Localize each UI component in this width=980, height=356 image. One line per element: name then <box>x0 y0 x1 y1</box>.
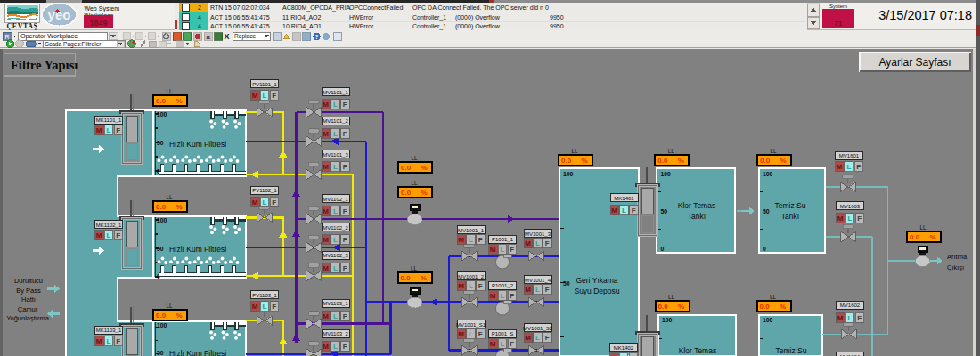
svg-text:50: 50 <box>157 140 164 146</box>
svg-text:15 06:55:41:475: 15 06:55:41:475 <box>225 23 270 29</box>
svg-text:100: 100 <box>763 317 773 323</box>
svg-text:4: 4 <box>198 14 201 20</box>
svg-text:Suyu Deposu: Suyu Deposu <box>574 287 619 295</box>
svg-text:PV1101_1: PV1101_1 <box>252 82 277 87</box>
svg-text:Controller_1: Controller_1 <box>412 23 446 30</box>
svg-text:100: 100 <box>157 217 167 223</box>
svg-text:MV1001_S2: MV1001_S2 <box>523 326 553 331</box>
svg-text:4: 4 <box>198 23 201 29</box>
svg-text:Temiz Su: Temiz Su <box>775 201 806 210</box>
svg-text:0: 0 <box>661 246 665 252</box>
svg-text:MK1102_1: MK1102_1 <box>96 222 122 228</box>
svg-text:MK1101_1: MK1101_1 <box>96 117 122 123</box>
svg-text:MV1103_1: MV1103_1 <box>323 301 348 306</box>
svg-text:P1001_1: P1001_1 <box>492 237 514 242</box>
svg-text:MV1601: MV1601 <box>839 153 860 158</box>
svg-text:71: 71 <box>835 20 843 28</box>
svg-text:Klor Temas: Klor Temas <box>679 346 716 355</box>
svg-text:15 06:55:41:475: 15 06:55:41:475 <box>225 14 270 20</box>
svg-text:Çamur: Çamur <box>18 305 38 313</box>
svg-text:OPCConnectFailed: OPCConnectFailed <box>349 4 403 11</box>
svg-text:P1001_2: P1001_2 <box>492 283 514 288</box>
svg-text:100: 100 <box>157 111 167 117</box>
svg-text:MK1402: MK1402 <box>614 345 634 351</box>
svg-text:MV1101_3: MV1101_3 <box>323 152 348 158</box>
svg-text:Tankı: Tankı <box>781 212 799 221</box>
svg-text:Hızlı Kum Filtresi: Hızlı Kum Filtresi <box>169 245 226 254</box>
svg-text:HWError: HWError <box>349 14 374 20</box>
svg-text:AC800M_OPCDA_PRIA: AC800M_OPCDA_PRIA <box>282 4 351 12</box>
svg-text:MK1401: MK1401 <box>614 196 634 201</box>
svg-text:MV1102_2: MV1102_2 <box>323 225 348 231</box>
svg-text:15 07:02:07:034: 15 07:02:07:034 <box>225 4 270 11</box>
svg-text:2: 2 <box>198 4 201 11</box>
svg-text:Hızlı Kum Filtresi: Hızlı Kum Filtresi <box>169 349 226 356</box>
svg-text:3/15/2017 07:18: 3/15/2017 07:18 <box>878 8 972 22</box>
svg-text:Controller_1: Controller_1 <box>412 14 446 21</box>
svg-text:MV1102_1: MV1102_1 <box>323 197 348 202</box>
svg-text:(0000) Overflow: (0000) Overflow <box>455 14 501 21</box>
svg-text:100: 100 <box>661 171 672 177</box>
svg-text:Temiz Su: Temiz Su <box>776 346 807 355</box>
svg-text:Hızlı Kum Filtresi: Hızlı Kum Filtresi <box>169 140 226 149</box>
svg-text:Çıkışı: Çıkışı <box>947 263 964 271</box>
svg-text:System: System <box>829 4 847 9</box>
svg-text:9950: 9950 <box>550 23 564 29</box>
svg-text:10 RIO4_AO1: 10 RIO4_AO1 <box>282 23 322 30</box>
svg-text:100: 100 <box>157 322 167 328</box>
svg-text:Replace: Replace <box>234 33 257 40</box>
svg-text:9950: 9950 <box>550 14 564 20</box>
svg-text:Web System: Web System <box>85 5 120 12</box>
svg-text:MV1001_S1: MV1001_S1 <box>456 322 486 328</box>
svg-text:1849: 1849 <box>89 19 107 28</box>
svg-text:MV1101_1: MV1101_1 <box>323 90 348 95</box>
svg-text:(0000) Overflow: (0000) Overflow <box>455 23 501 30</box>
svg-text:Klor Temas: Klor Temas <box>678 201 715 210</box>
svg-text:MV1102_3: MV1102_3 <box>323 254 348 259</box>
svg-text:Ayarlar Sayfası: Ayarlar Sayfası <box>878 56 951 69</box>
svg-text:yeo: yeo <box>48 7 71 22</box>
svg-text:MV1602: MV1602 <box>840 303 861 308</box>
svg-text:MV1001_1: MV1001_1 <box>458 228 485 233</box>
svg-text:Filtre Yapısı: Filtre Yapısı <box>11 58 78 72</box>
svg-text:Yoğunlaştırma: Yoğunlaştırma <box>6 314 49 322</box>
svg-text:MV1001_3: MV1001_3 <box>525 231 551 237</box>
svg-text:Geri Yıkama: Geri Yıkama <box>576 276 617 285</box>
svg-text:R: R <box>4 34 9 40</box>
svg-text:MV1103_2: MV1103_2 <box>323 331 348 336</box>
svg-text:50: 50 <box>661 208 668 214</box>
svg-text:Operator Workplace: Operator Workplace <box>20 32 78 40</box>
svg-text:X: X <box>225 32 230 41</box>
svg-text:Arıtma: Arıtma <box>947 253 968 261</box>
svg-text:MV1001_4: MV1001_4 <box>525 278 551 283</box>
svg-text:HWError: HWError <box>349 23 374 29</box>
svg-text:50: 50 <box>763 208 770 214</box>
svg-text:PV1102_1: PV1102_1 <box>252 188 277 193</box>
svg-text:PV1103_1: PV1103_1 <box>252 293 277 298</box>
svg-text:50: 50 <box>157 246 164 252</box>
svg-text:P1001_S: P1001_S <box>492 331 514 336</box>
svg-text:MK1103_1: MK1103_1 <box>96 328 122 333</box>
svg-text:Hattı: Hattı <box>21 295 36 303</box>
svg-text:100: 100 <box>662 317 673 323</box>
svg-text:11 RIO4_AO2: 11 RIO4_AO2 <box>282 14 322 21</box>
svg-text:MV1603: MV1603 <box>840 204 861 209</box>
svg-text:100: 100 <box>763 171 773 177</box>
svg-text:Scada Pages:Filtreler: Scada Pages:Filtreler <box>45 41 102 48</box>
svg-text:MV1101_2: MV1101_2 <box>323 118 348 124</box>
svg-text:ACT: ACT <box>210 14 224 20</box>
svg-text:OPC DA Connect Failed. The O: OPC DA Connect Failed. The OPC server di… <box>412 4 549 11</box>
svg-text:ACT: ACT <box>210 23 224 29</box>
svg-text:Durultucu: Durultucu <box>14 277 43 285</box>
svg-text:Tankı: Tankı <box>688 212 706 221</box>
svg-text:ÇEVTAŞ: ÇEVTAŞ <box>7 22 38 30</box>
svg-text:MV1001_2: MV1001_2 <box>458 274 485 279</box>
svg-text:RTN: RTN <box>210 4 223 11</box>
svg-text:By Pass: By Pass <box>16 287 41 295</box>
svg-text:?: ? <box>315 34 319 40</box>
svg-text:0: 0 <box>763 246 766 252</box>
